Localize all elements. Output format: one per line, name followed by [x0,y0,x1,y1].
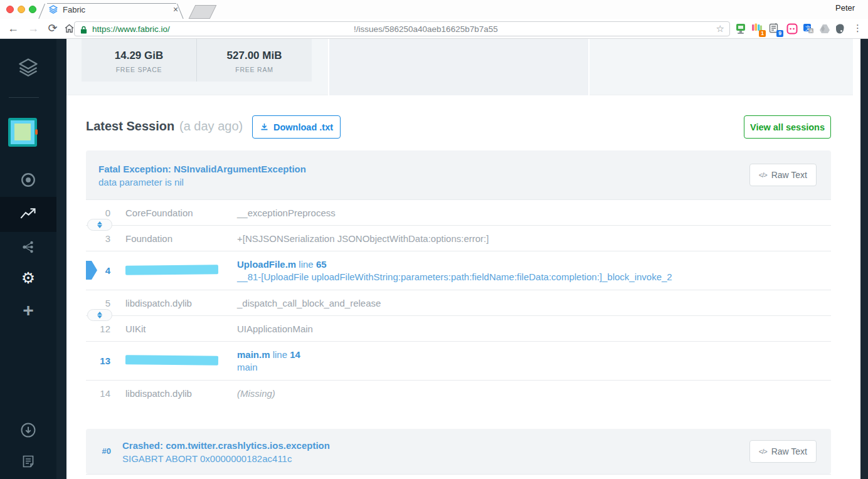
frame-line-number: 14 [290,349,300,360]
menubar-username: Peter [835,3,855,13]
raw-text-button[interactable]: </> Raw Text [749,164,817,186]
stack-frame-row-app[interactable]: 13 main.m line 14 main [86,341,831,380]
exception-message: data parameter is nil [98,177,184,187]
gear-icon: ⚙ [21,270,35,286]
view-all-sessions-button[interactable]: View all sessions [744,115,831,139]
tab-title[interactable]: Fabric [63,5,85,14]
chrome-menu-icon[interactable]: ⋮ [853,23,862,34]
stack-frame-row[interactable]: 3 Foundation +[NSJSONSerialization JSONO… [86,225,831,251]
bookmark-star-icon[interactable]: ☆ [716,23,724,34]
new-tab-button[interactable] [189,5,217,19]
extension-proxy-icon[interactable] [735,23,746,34]
url-path-part: !/issues/586250a40aeb16625b7b7a55 [354,24,498,34]
trending-up-icon [19,206,38,223]
sidebar-item-add[interactable]: + [0,302,56,318]
sidebar-item-trends-active[interactable] [0,206,56,223]
code-icon: </> [759,171,767,179]
stack-frame-row[interactable]: 0 CoreFoundation __exceptionPreprocess [86,199,831,225]
window-minimize-button[interactable] [18,6,25,13]
frame-symbol: +[NSJSONSerialization JSONObjectWithData… [237,233,831,244]
window-zoom-button[interactable] [29,6,36,13]
sidebar-item-issues[interactable] [0,172,56,188]
frame-symbol: __exceptionPreprocess [237,208,831,218]
sidebar-item-settings[interactable]: ⚙ [0,270,56,286]
document-icon [21,454,36,469]
frame-number: 5 [86,298,110,308]
download-txt-button[interactable]: Download .txt [252,115,341,139]
stack-frame-row[interactable]: 12 UIKit UIApplicationMain [86,315,831,341]
frame-symbol: main.m line 14 main [237,349,831,374]
sidebar-item-app-icon[interactable] [8,118,37,147]
crashed-thread-header: #0 Crashed: com.twitter.crashlytics.ios.… [86,429,831,474]
tab-outline [38,4,45,19]
stack-frame-row[interactable]: 14 libdispatch.dylib (Missing) [86,380,831,406]
sidebar-item-docs[interactable] [0,454,56,469]
back-button[interactable]: ← [5,21,21,37]
extension-translate-icon[interactable]: 文A [803,23,814,34]
session-age: (a day ago) [179,119,243,134]
expand-frames-button[interactable] [87,219,112,231]
frame-file: UploadFile.m [237,259,296,270]
frame-number: 12 [86,324,110,334]
tab-outline [47,3,176,4]
raw-text-button[interactable]: </> Raw Text [749,440,817,463]
window-close-button[interactable] [6,6,14,13]
crashed-thread-title: Crashed: com.twitter.crashlytics.ios.exc… [122,440,330,451]
free-ram-stat: 527.00 MiB FREE RAM [196,39,312,82]
address-bar[interactable]: https://www.fabric.io/ !/issues/586250a4… [74,21,730,36]
extension-badge: 1 [759,30,766,37]
forward-button[interactable]: → [25,21,41,37]
frame-line-number: 65 [316,259,327,270]
app-icon-speck [35,129,38,135]
free-space-label: FREE SPACE [116,66,162,73]
sidebar-item-downloads[interactable] [0,421,56,439]
extension-pink-icon[interactable] [786,23,798,34]
background-window-strip [860,39,868,479]
raw-text-label: Raw Text [771,446,807,456]
download-txt-label: Download .txt [273,122,333,132]
sidebar-item-share[interactable] [0,239,56,255]
exception-title: Fatal Exception: NSInvalidArgumentExcept… [98,164,306,174]
frame-framework-redacted [125,355,237,367]
plus-icon: + [23,302,34,318]
reload-button[interactable]: ⟳ [45,21,61,37]
frame-framework: Foundation [125,233,237,244]
crashed-thread-card: #0 Crashed: com.twitter.crashlytics.ios.… [86,429,831,479]
sidebar-divider [9,97,39,98]
device-stats-band: 14.29 GiB FREE SPACE 527.00 MiB FREE RAM [66,39,853,95]
redaction-highlight [125,355,218,365]
frame-number: 0 [86,208,110,218]
https-lock-icon[interactable] [80,25,87,36]
extension-cookies-icon[interactable]: 9 [769,23,780,34]
free-ram-value: 527.00 MiB [227,50,282,62]
stats-middle-column [328,39,590,95]
device-stats-box: 14.29 GiB FREE SPACE 527.00 MiB FREE RAM [82,39,312,82]
tab-close-icon[interactable]: × [173,4,178,14]
app-icon-core [14,124,31,140]
code-icon: </> [759,448,767,455]
frame-number: 3 [86,233,110,244]
page-content: 14.29 GiB FREE SPACE 527.00 MiB FREE RAM… [66,39,860,479]
frame-framework: libdispatch.dylib [125,388,237,399]
sidebar-item-fabric-logo[interactable] [0,56,56,79]
frame-framework: CoreFoundation [125,208,237,218]
frame-symbol: UploadFile.m line 65 __81-[UploadFile up… [237,258,831,283]
extension-drive-icon[interactable] [819,23,830,34]
redaction-highlight [125,265,218,275]
stack-frame-row-app-crash[interactable]: 4 UploadFile.m line 65 __81-[UploadFile … [86,251,831,290]
url-secure-part: https://www.fabric.io/ [92,24,170,34]
extension-screenshot-icon[interactable]: 1 [751,23,763,34]
fabric-layers-icon [17,56,40,79]
crashed-thread-signal: SIGABRT ABORT 0x0000000182ac411c [122,453,292,464]
frame-symbol-detail: main [237,361,821,374]
free-ram-label: FREE RAM [235,66,273,73]
browser-toolbar: ← → ⟳ https://www.fabric.io/ !/issues/58… [0,19,868,39]
extension-badge: 9 [776,30,783,37]
stack-frame-row[interactable]: 5 libdispatch.dylib _dispatch_call_block… [86,290,831,315]
extension-evernote-icon[interactable] [834,23,845,34]
crash-card: Fatal Exception: NSInvalidArgumentExcept… [86,150,831,406]
expand-frames-button[interactable] [87,309,112,321]
frame-symbol-missing: (Missing) [237,388,831,399]
target-icon [20,172,36,188]
raw-text-label: Raw Text [771,170,807,180]
